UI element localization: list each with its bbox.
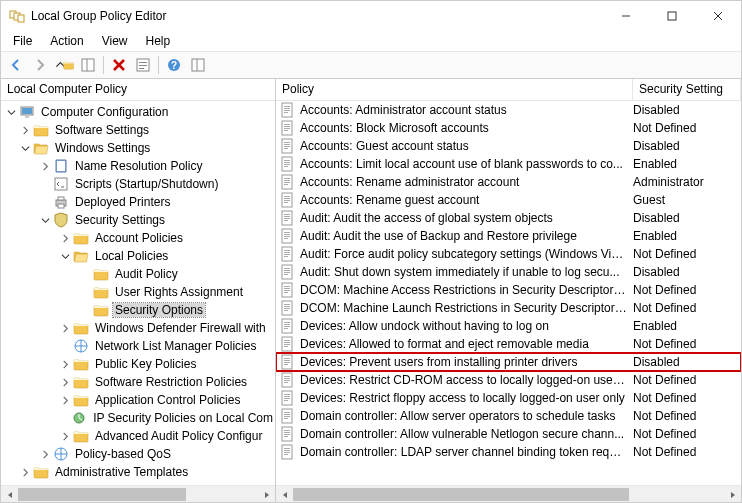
chevron-right-icon[interactable] (39, 160, 51, 172)
policy-name: Audit: Shut down system immediately if u… (300, 265, 633, 279)
separator (103, 56, 104, 74)
policy-name: Accounts: Administrator account status (300, 103, 633, 117)
scroll-right-button[interactable] (258, 486, 275, 502)
tree-item-public-key-policies[interactable]: Public Key Policies (1, 355, 275, 373)
policy-setting: Not Defined (633, 409, 741, 423)
spacer (59, 340, 71, 352)
tree-item-security-settings[interactable]: Security Settings (1, 211, 275, 229)
list-row[interactable]: Audit: Audit the use of Backup and Resto… (276, 227, 741, 245)
column-header-policy[interactable]: Policy (276, 79, 633, 100)
tree-label: Computer Configuration (39, 105, 170, 119)
chevron-down-icon[interactable] (59, 250, 71, 262)
column-header-setting[interactable]: Security Setting (633, 79, 741, 100)
show-hide-tree-button[interactable] (77, 54, 99, 76)
policy-name: DCOM: Machine Access Restrictions in Sec… (300, 283, 633, 297)
list-row[interactable]: Accounts: Limit local account use of bla… (276, 155, 741, 173)
close-button[interactable] (695, 1, 741, 31)
forward-button[interactable] (29, 54, 51, 76)
policy-setting: Enabled (633, 319, 741, 333)
policy-name: Accounts: Rename guest account (300, 193, 633, 207)
tree-label: Audit Policy (113, 267, 180, 281)
horizontal-scrollbar[interactable] (1, 485, 275, 502)
tree-item-software-restriction-policies[interactable]: Software Restriction Policies (1, 373, 275, 391)
menu-view[interactable]: View (94, 32, 136, 50)
up-button[interactable] (53, 54, 75, 76)
tree-item-security-options[interactable]: Security Options (1, 301, 275, 319)
chevron-down-icon[interactable] (5, 106, 17, 118)
tree-item-computer-configuration[interactable]: Computer Configuration (1, 103, 275, 121)
list-row[interactable]: Devices: Prevent users from installing p… (276, 353, 741, 371)
back-button[interactable] (5, 54, 27, 76)
chevron-right-icon[interactable] (59, 430, 71, 442)
tree-item-advanced-audit-policy[interactable]: Advanced Audit Policy Configur (1, 427, 275, 445)
list-row[interactable]: Audit: Audit the access of global system… (276, 209, 741, 227)
tree-item-deployed-printers[interactable]: Deployed Printers (1, 193, 275, 211)
list-row[interactable]: DCOM: Machine Access Restrictions in Sec… (276, 281, 741, 299)
list-row[interactable]: DCOM: Machine Launch Restrictions in Sec… (276, 299, 741, 317)
chevron-right-icon[interactable] (59, 232, 71, 244)
list-row[interactable]: Devices: Allowed to format and eject rem… (276, 335, 741, 353)
tree-item-administrative-templates[interactable]: Administrative Templates (1, 463, 275, 481)
tree-item-application-control-policies[interactable]: Application Control Policies (1, 391, 275, 409)
policy-setting: Disabled (633, 139, 741, 153)
tree-header[interactable]: Local Computer Policy (1, 79, 275, 101)
tree-item-user-rights-assignment[interactable]: User Rights Assignment (1, 283, 275, 301)
list-row[interactable]: Devices: Restrict floppy access to local… (276, 389, 741, 407)
chevron-right-icon[interactable] (59, 358, 71, 370)
chevron-right-icon[interactable] (19, 466, 31, 478)
list-row[interactable]: Accounts: Rename guest account Guest (276, 191, 741, 209)
chevron-right-icon[interactable] (19, 124, 31, 136)
chevron-down-icon[interactable] (39, 214, 51, 226)
filter-button[interactable] (187, 54, 209, 76)
tree-item-windows-settings[interactable]: Windows Settings (1, 139, 275, 157)
folder-icon (93, 284, 109, 300)
list-row[interactable]: Accounts: Rename administrator account A… (276, 173, 741, 191)
minimize-button[interactable] (603, 1, 649, 31)
svg-rect-26 (668, 12, 676, 20)
tree-label: Local Policies (93, 249, 170, 263)
chevron-down-icon[interactable] (19, 142, 31, 154)
tree-label: Administrative Templates (53, 465, 190, 479)
policy-name: Accounts: Guest account status (300, 139, 633, 153)
tree-item-software-settings[interactable]: Software Settings (1, 121, 275, 139)
list-row[interactable]: Domain controller: Allow vulnerable Netl… (276, 425, 741, 443)
scroll-right-button[interactable] (724, 486, 741, 502)
horizontal-scrollbar[interactable] (276, 485, 741, 502)
tree-item-windows-defender-firewall[interactable]: Windows Defender Firewall with (1, 319, 275, 337)
list-row[interactable]: Audit: Shut down system immediately if u… (276, 263, 741, 281)
tree-item-audit-policy[interactable]: Audit Policy (1, 265, 275, 283)
help-button[interactable] (163, 54, 185, 76)
properties-button[interactable] (132, 54, 154, 76)
policy-setting: Not Defined (633, 121, 741, 135)
tree-item-name-resolution-policy[interactable]: Name Resolution Policy (1, 157, 275, 175)
scroll-left-button[interactable] (276, 486, 293, 502)
list-row[interactable]: Audit: Force audit policy subcategory se… (276, 245, 741, 263)
list-row[interactable]: Accounts: Administrator account status D… (276, 101, 741, 119)
tree-item-scripts[interactable]: Scripts (Startup/Shutdown) (1, 175, 275, 193)
tree-item-network-list-manager-policies[interactable]: Network List Manager Policies (1, 337, 275, 355)
chevron-right-icon[interactable] (39, 448, 51, 460)
policy-icon (280, 318, 296, 334)
chevron-right-icon[interactable] (59, 322, 71, 334)
tree-item-account-policies[interactable]: Account Policies (1, 229, 275, 247)
folder-open-icon (73, 248, 89, 264)
tree-item-ip-security-policies[interactable]: IP Security Policies on Local Com (1, 409, 275, 427)
menu-file[interactable]: File (5, 32, 40, 50)
list-row[interactable]: Domain controller: LDAP server channel b… (276, 443, 741, 461)
delete-button[interactable] (108, 54, 130, 76)
tree-view[interactable]: Computer Configuration Software Settings… (1, 101, 275, 485)
tree-item-local-policies[interactable]: Local Policies (1, 247, 275, 265)
chevron-right-icon[interactable] (59, 394, 71, 406)
tree-item-policy-based-qos[interactable]: Policy-based QoS (1, 445, 275, 463)
list-row[interactable]: Domain controller: Allow server operator… (276, 407, 741, 425)
chevron-right-icon[interactable] (59, 376, 71, 388)
menu-action[interactable]: Action (42, 32, 91, 50)
maximize-button[interactable] (649, 1, 695, 31)
list-row[interactable]: Devices: Allow undock without having to … (276, 317, 741, 335)
menu-help[interactable]: Help (138, 32, 179, 50)
list-row[interactable]: Devices: Restrict CD-ROM access to local… (276, 371, 741, 389)
list-row[interactable]: Accounts: Guest account status Disabled (276, 137, 741, 155)
list-row[interactable]: Accounts: Block Microsoft accounts Not D… (276, 119, 741, 137)
scroll-left-button[interactable] (1, 486, 18, 502)
list-body[interactable]: Accounts: Administrator account status D… (276, 101, 741, 485)
